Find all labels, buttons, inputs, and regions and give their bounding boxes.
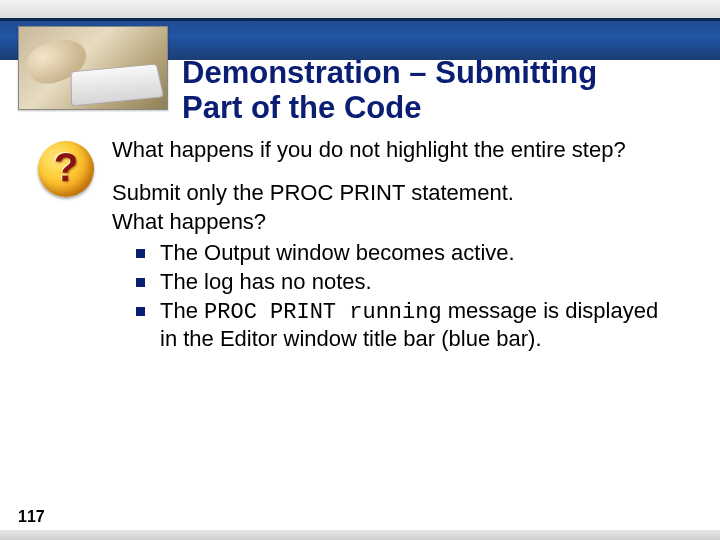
slide-number: 117 <box>18 508 45 526</box>
question-mark-icon: ? <box>36 139 96 199</box>
bullet-text-pre: The <box>160 298 204 323</box>
list-item: The Output window becomes active. <box>136 240 676 267</box>
question-glyph: ? <box>36 139 96 199</box>
bullet-code: PROC PRINT running <box>204 300 442 325</box>
body-row: ? What happens if you do not highlight t… <box>0 131 720 355</box>
followup-question: What happens? <box>112 209 676 236</box>
bullet-list: The Output window becomes active. The lo… <box>112 240 676 353</box>
instruction-line: Submit only the PROC PRINT statement. <box>112 180 676 207</box>
bullet-text: The Output window becomes active. <box>160 240 515 265</box>
footer-band <box>0 530 720 540</box>
keyboard-photo-thumbnail <box>18 26 168 110</box>
list-item: The log has no notes. <box>136 269 676 296</box>
header-row: Demonstration – Submitting Part of the C… <box>0 26 720 131</box>
slide-title: Demonstration – Submitting Part of the C… <box>168 26 597 125</box>
bullet-text: The log has no notes. <box>160 269 372 294</box>
lead-question: What happens if you do not highlight the… <box>112 137 676 164</box>
content-block: What happens if you do not highlight the… <box>96 137 676 355</box>
title-line-1: Demonstration – Submitting <box>182 55 597 90</box>
title-line-2: Part of the Code <box>182 90 421 125</box>
list-item: The PROC PRINT running message is displa… <box>136 298 676 354</box>
